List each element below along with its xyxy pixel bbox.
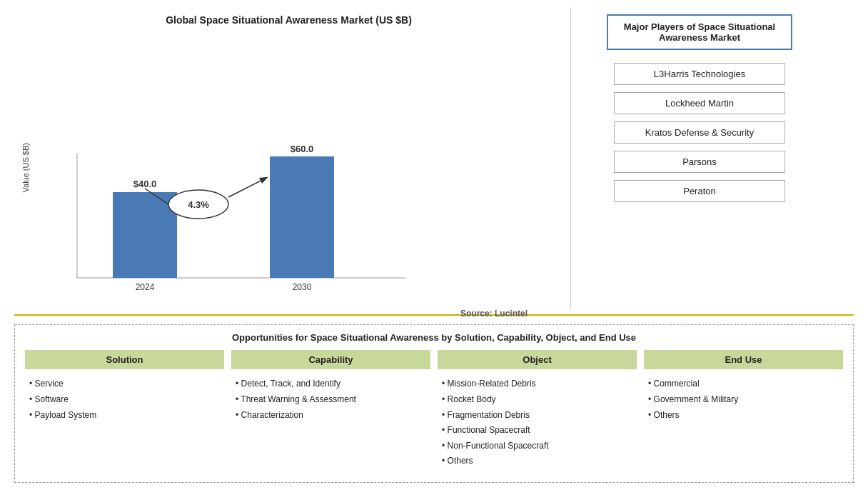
- col-object: Object Mission-Related Debris Rocket Bod…: [438, 350, 637, 472]
- player-item-4: Peraton: [614, 180, 785, 202]
- columns-row: Solution Service Software Payload System…: [25, 350, 843, 472]
- capability-item-0: Detect, Track, and Identify: [236, 376, 426, 392]
- object-item-1: Rocket Body: [442, 392, 632, 408]
- solution-item-2: Payload System: [29, 408, 220, 424]
- players-panel: Major Players of Space Situational Aware…: [571, 7, 828, 310]
- capability-item-1: Threat Warning & Assessment: [236, 392, 426, 408]
- bottom-title: Opportunities for Space Situational Awar…: [25, 332, 843, 343]
- col-solution: Solution Service Software Payload System: [25, 350, 224, 472]
- chart-svg: $40.0 2024 $60.0 2030 4.3%: [34, 146, 556, 303]
- col-capability: Capability Detect, Track, and Identify T…: [231, 350, 430, 472]
- enduse-item-1: Government & Military: [648, 392, 839, 408]
- player-item-3: Parsons: [614, 151, 785, 173]
- annotation-arrow: [228, 178, 266, 197]
- top-section: Global Space Situational Awareness Marke…: [14, 7, 854, 310]
- player-item-0: L3Harris Technologies: [614, 63, 785, 85]
- col-enduse: End Use Commercial Government & Military…: [644, 350, 843, 472]
- col-object-items: Mission-Related Debris Rocket Body Fragm…: [438, 374, 637, 472]
- object-item-0: Mission-Related Debris: [442, 376, 632, 392]
- object-item-5: Others: [442, 454, 632, 469]
- bar-2024: [113, 192, 177, 278]
- object-item-2: Fragmentation Debris: [442, 408, 632, 424]
- annotation-text: 4.3%: [188, 199, 209, 210]
- bar-2030-value: $60.0: [291, 144, 314, 154]
- player-item-1: Lockheed Martin: [614, 92, 785, 114]
- enduse-item-0: Commercial: [648, 376, 839, 392]
- chart-area: Global Space Situational Awareness Marke…: [14, 7, 571, 310]
- col-solution-header: Solution: [25, 350, 224, 369]
- bar-2030-label: 2030: [293, 282, 312, 292]
- players-title: Major Players of Space Situational Aware…: [607, 14, 792, 50]
- col-capability-header: Capability: [231, 350, 430, 369]
- capability-item-2: Characterization: [236, 408, 426, 424]
- object-item-4: Non-Functional Spacecraft: [442, 439, 632, 454]
- main-container: Global Space Situational Awareness Marke…: [0, 0, 868, 490]
- col-solution-items: Service Software Payload System: [25, 374, 224, 426]
- col-enduse-items: Commercial Government & Military Others: [644, 374, 843, 426]
- solution-item-0: Service: [29, 376, 220, 392]
- chart-plot: $40.0 2024 $60.0 2030 4.3%: [34, 146, 556, 303]
- bar-2024-value: $40.0: [133, 179, 157, 189]
- chart-inner: Value (US $B) $40.0 2024: [21, 33, 556, 303]
- solution-item-1: Software: [29, 392, 220, 408]
- col-enduse-header: End Use: [644, 350, 843, 369]
- chart-title: Global Space Situational Awareness Marke…: [166, 14, 412, 26]
- bar-2024-label: 2024: [136, 282, 155, 292]
- object-item-3: Functional Spacecraft: [442, 423, 632, 439]
- bar-2030: [270, 156, 334, 278]
- col-capability-items: Detect, Track, and Identify Threat Warni…: [231, 374, 430, 426]
- y-axis-label: Value (US $B): [21, 143, 30, 193]
- enduse-item-2: Others: [648, 408, 839, 424]
- source-text: Source: Lucintel: [34, 309, 556, 319]
- col-object-header: Object: [438, 350, 637, 369]
- bottom-section: Opportunities for Space Situational Awar…: [14, 324, 854, 483]
- player-item-2: Kratos Defense & Security: [614, 121, 785, 144]
